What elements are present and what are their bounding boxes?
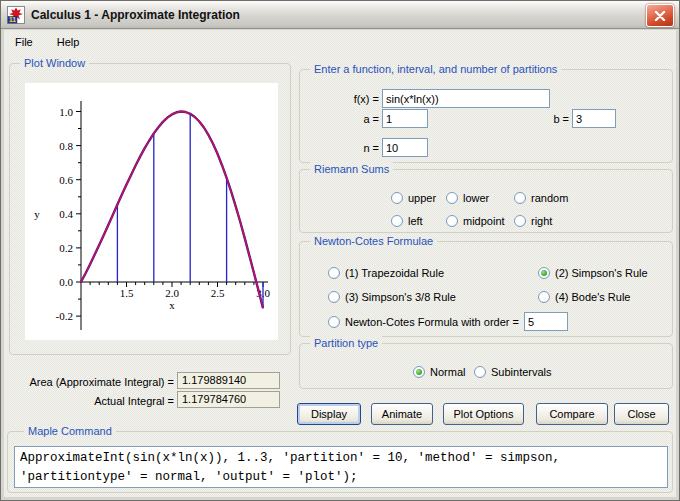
svg-text:x: x <box>169 299 175 311</box>
svg-text:0.4: 0.4 <box>59 208 73 220</box>
radio-circle-icon <box>328 291 340 303</box>
plot-canvas: 1.52.02.53.0-0.20.00.20.40.60.81.0yx <box>25 83 278 340</box>
riemann-group-title: Riemann Sums <box>310 162 393 177</box>
radio-label: (1) Trapezoidal Rule <box>345 267 444 279</box>
radio-label: (2) Simpson's Rule <box>555 267 648 279</box>
fx-label: f(x) = <box>299 92 379 106</box>
newton-cotes-group-title: Newton-Cotes Formulae <box>310 234 437 249</box>
radio-label: Newton-Cotes Formula with order = <box>345 316 519 328</box>
radio-label: random <box>531 192 568 204</box>
radio-label: midpoint <box>463 215 505 227</box>
radio-label: left <box>408 215 423 227</box>
svg-text:1.5: 1.5 <box>120 287 134 299</box>
radio-simpsons-rule[interactable]: (2) Simpson's Rule <box>538 266 648 280</box>
radio-left[interactable]: left <box>391 214 423 228</box>
compare-button[interactable]: Compare <box>536 403 608 425</box>
svg-text:2.5: 2.5 <box>211 287 225 299</box>
radio-label: lower <box>463 192 489 204</box>
radio-label: upper <box>408 192 436 204</box>
radio-circle-icon <box>413 366 425 378</box>
radio-bodes-rule[interactable]: (4) Bode's Rule <box>538 290 630 304</box>
n-label: n = <box>299 141 379 155</box>
radio-label: (4) Bode's Rule <box>555 291 630 303</box>
window-title: Calculus 1 - Approximate Integration <box>31 8 240 22</box>
close-dialog-button[interactable]: Close <box>614 403 669 425</box>
display-button[interactable]: Display <box>297 403 361 425</box>
svg-text:11: 11 <box>9 16 16 23</box>
radio-lower[interactable]: lower <box>446 191 489 205</box>
radio-upper[interactable]: upper <box>391 191 436 205</box>
menu-file[interactable]: File <box>11 34 37 50</box>
radio-random[interactable]: random <box>514 191 568 205</box>
actual-integral-label: Actual Integral = <box>9 394 174 408</box>
svg-text:0.6: 0.6 <box>59 174 73 186</box>
b-input[interactable] <box>572 109 616 128</box>
radio-label: right <box>531 215 552 227</box>
plot-options-button[interactable]: Plot Options <box>443 403 524 425</box>
maple-app-icon: 11 <box>7 6 25 24</box>
maple-command-text[interactable]: ApproximateInt(sin(x*ln(x)), 1..3, 'part… <box>14 446 668 488</box>
radio-circle-icon <box>446 215 458 227</box>
radio-circle-icon <box>328 267 340 279</box>
radio-simpsons-38-rule[interactable]: (3) Simpson's 3/8 Rule <box>328 290 456 304</box>
svg-text:1.0: 1.0 <box>59 106 73 118</box>
order-input[interactable] <box>524 312 568 331</box>
radio-circle-icon <box>514 215 526 227</box>
radio-circle-icon <box>328 316 340 328</box>
svg-text:0.0: 0.0 <box>59 276 73 288</box>
radio-midpoint[interactable]: midpoint <box>446 214 505 228</box>
a-input[interactable] <box>382 109 428 128</box>
actual-integral-value: 1.179784760 <box>177 391 280 408</box>
area-approx-label: Area (Approximate Integral) = <box>9 375 174 389</box>
radio-normal[interactable]: Normal <box>413 365 465 379</box>
svg-text:0.8: 0.8 <box>59 140 73 152</box>
svg-text:2.0: 2.0 <box>165 287 179 299</box>
radio-right[interactable]: right <box>514 214 552 228</box>
radio-newton-cotes-order[interactable]: Newton-Cotes Formula with order = <box>328 315 519 329</box>
radio-circle-icon <box>391 192 403 204</box>
partition-type-group-title: Partition type <box>310 336 382 351</box>
radio-trapezoidal-rule[interactable]: (1) Trapezoidal Rule <box>328 266 444 280</box>
radio-circle-icon <box>474 366 486 378</box>
animate-button[interactable]: Animate <box>371 403 433 425</box>
title-bar: 11 Calculus 1 - Approximate Integration <box>1 1 679 29</box>
maple-command-group-title: Maple Command <box>24 424 116 439</box>
function-group-title: Enter a function, interval, and number o… <box>310 62 561 77</box>
fx-input[interactable] <box>382 89 550 108</box>
radio-circle-icon <box>391 215 403 227</box>
area-approx-value: 1.179889140 <box>177 372 280 389</box>
radio-label: Subintervals <box>491 366 552 378</box>
radio-circle-icon <box>538 291 550 303</box>
radio-subintervals[interactable]: Subintervals <box>474 365 552 379</box>
n-input[interactable] <box>382 138 428 157</box>
app-window: 11 Calculus 1 - Approximate Integration … <box>0 0 680 501</box>
radio-label: Normal <box>430 366 465 378</box>
close-icon <box>654 11 666 21</box>
svg-text:-0.2: -0.2 <box>56 310 73 322</box>
menu-bar: File Help <box>5 31 675 53</box>
plot-window-group-title: Plot Window <box>20 56 89 71</box>
radio-circle-icon <box>446 192 458 204</box>
close-button[interactable] <box>646 4 674 27</box>
svg-text:0.2: 0.2 <box>59 242 73 254</box>
a-label: a = <box>299 112 379 126</box>
radio-circle-icon <box>514 192 526 204</box>
b-label: b = <box>531 112 569 126</box>
radio-label: (3) Simpson's 3/8 Rule <box>345 291 456 303</box>
radio-circle-icon <box>538 267 550 279</box>
svg-text:y: y <box>34 208 40 220</box>
menu-help[interactable]: Help <box>53 34 84 50</box>
